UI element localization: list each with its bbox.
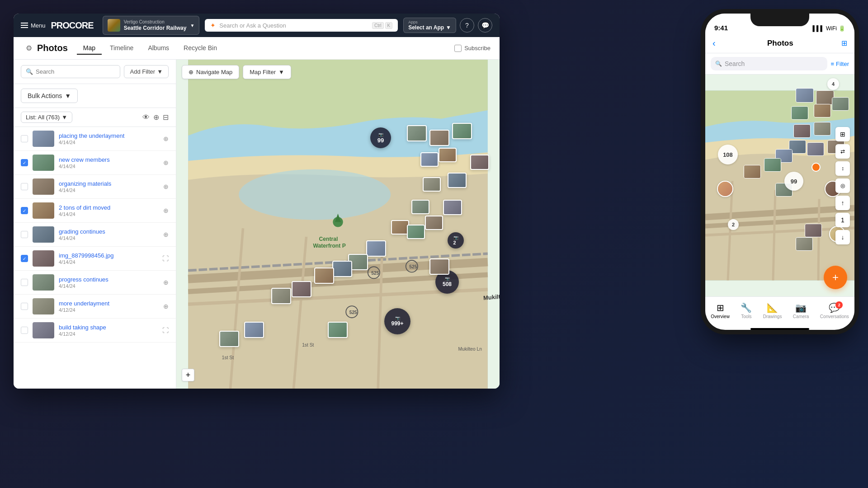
phone-map-thumb-6[interactable] [793, 124, 811, 138]
phone-map-thumb-5[interactable] [832, 97, 849, 111]
map-cluster-99[interactable]: 📷 99 [370, 127, 391, 148]
phone-map-thumb-13[interactable] [744, 165, 761, 178]
photo-fullscreen-icon-9[interactable]: ⛶ [162, 327, 169, 334]
map-photo-thumb-4[interactable] [439, 148, 457, 162]
project-selector[interactable]: Vertigo Construction Seattle Corridor Ra… [103, 16, 200, 35]
list-item[interactable]: organizing materials 4/14/24 ⊕ [14, 175, 176, 199]
target-icon[interactable]: ⊕ [153, 113, 159, 122]
sliders-icon[interactable]: ⊟ [163, 113, 169, 122]
photo-locate-icon-8[interactable]: ⊕ [163, 303, 169, 310]
map-filter-button[interactable]: Map Filter ▼ [243, 65, 291, 79]
photo-locate-icon-7[interactable]: ⊕ [163, 279, 169, 286]
phone-zoom-down-button[interactable]: ↓ [835, 230, 850, 244]
map-photo-thumb-21[interactable] [328, 322, 348, 338]
menu-button[interactable]: Menu [21, 22, 46, 29]
photo-title-9[interactable]: build taking shape [59, 324, 158, 332]
search-input-container[interactable]: 🔍 [21, 65, 120, 78]
photo-locate-icon-1[interactable]: ⊕ [163, 135, 169, 142]
tab-albums[interactable]: Albums [142, 42, 175, 55]
phone-nav-tools[interactable]: 🔧 Tools [741, 302, 752, 319]
map-cluster-2[interactable]: 📷 2 [448, 232, 464, 249]
photo-title-4[interactable]: 2 tons of dirt moved [59, 204, 159, 212]
phone-map-thumb-4[interactable] [814, 104, 831, 117]
photo-checkbox-5[interactable] [21, 231, 28, 238]
bulk-actions-button[interactable]: Bulk Actions ▼ [21, 89, 78, 103]
phone-nav-conversations[interactable]: 💬 2 Conversations [820, 302, 849, 319]
help-button[interactable]: ? [460, 18, 474, 33]
list-item[interactable]: more underlayment 4/12/24 ⊕ [14, 295, 176, 319]
phone-map-thumb-12[interactable] [764, 158, 781, 172]
list-item[interactable]: grading continues 4/14/24 ⊕ [14, 223, 176, 247]
phone-map-view-icon[interactable]: ⊞ [841, 39, 847, 47]
eye-icon[interactable]: 👁 [142, 113, 150, 122]
list-item[interactable]: progress continues 4/14/24 ⊕ [14, 271, 176, 295]
phone-search-input[interactable]: 🔍 Search [711, 57, 827, 70]
list-item[interactable]: 2 tons of dirt moved 4/14/24 ⊕ [14, 199, 176, 223]
map-photo-thumb-8[interactable] [423, 177, 441, 192]
tab-recycle-bin[interactable]: Recycle Bin [177, 42, 223, 55]
photo-checkbox-7[interactable] [21, 279, 28, 286]
phone-add-button[interactable]: + [824, 266, 847, 289]
photo-title-3[interactable]: organizing materials [59, 180, 159, 188]
photo-title-5[interactable]: grading continues [59, 228, 159, 236]
phone-filter-map-button[interactable]: ⇄ [835, 144, 850, 159]
photo-checkbox-2[interactable] [21, 159, 28, 166]
map-photo-thumb-7[interactable] [470, 155, 489, 170]
map-zoom-plus-button[interactable]: + [182, 369, 194, 381]
phone-back-button[interactable]: ‹ [712, 38, 716, 48]
list-item[interactable]: build taking shape 4/12/24 ⛶ [14, 319, 176, 343]
phone-map-thumb-1[interactable] [796, 88, 814, 103]
map-photo-thumb-1[interactable] [407, 125, 427, 141]
photo-checkbox-4[interactable] [21, 207, 28, 214]
photo-checkbox-3[interactable] [21, 183, 28, 190]
phone-cluster-2[interactable]: 2 [728, 219, 739, 230]
map-photo-thumb-22[interactable] [244, 322, 264, 338]
map-photo-thumb-23[interactable] [219, 331, 239, 347]
chat-button[interactable]: 💬 [478, 18, 492, 33]
phone-filter-button[interactable]: ≡ Filter [831, 61, 849, 67]
map-photo-thumb-6[interactable] [448, 173, 467, 188]
map-photo-thumb-20[interactable] [429, 258, 449, 275]
phone-map-thumb-9[interactable] [807, 142, 824, 156]
phone-cluster-99[interactable]: 99 [784, 172, 803, 191]
phone-layers-button[interactable]: ⊞ [835, 127, 850, 141]
photo-locate-icon-3[interactable]: ⊕ [163, 183, 169, 190]
list-item[interactable]: img_8879998456.jpg 4/14/24 ⛶ [14, 247, 176, 271]
phone-zoom-up-button[interactable]: ↑ [835, 196, 850, 210]
phone-map-thumb-16[interactable] [796, 237, 813, 251]
map-area[interactable]: Central Waterfront P Mukilteo Mukilteo L… [176, 60, 500, 389]
phone-map-thumb-2[interactable] [816, 90, 834, 105]
phone-nav-drawings[interactable]: 📐 Drawings [763, 302, 782, 319]
map-photo-thumb-5[interactable] [420, 152, 439, 167]
photo-locate-icon-5[interactable]: ⊕ [163, 231, 169, 238]
tab-map[interactable]: Map [77, 42, 102, 55]
photo-title-6[interactable]: img_8879998456.jpg [59, 252, 158, 260]
map-photo-thumb-9[interactable] [443, 200, 462, 215]
map-photo-thumb-17[interactable] [314, 267, 334, 284]
tab-timeline[interactable]: Timeline [104, 42, 140, 55]
map-photo-thumb-2[interactable] [429, 130, 449, 146]
photo-checkbox-8[interactable] [21, 303, 28, 310]
phone-cluster-4[interactable]: 4 [827, 78, 839, 90]
map-photo-thumb-11[interactable] [391, 220, 409, 235]
add-filter-button[interactable]: Add Filter ▼ [124, 65, 169, 78]
navigate-map-button[interactable]: ⊕ Navigate Map [182, 65, 239, 79]
photo-checkbox-6[interactable] [21, 255, 28, 262]
list-item[interactable]: new crew members 4/14/24 ⊕ [14, 151, 176, 175]
subscribe-button[interactable]: Subscribe [454, 45, 491, 52]
global-search-bar[interactable]: ✦ Search or Ask a Question Ctrl K [205, 19, 398, 32]
phone-map-thumb-7[interactable] [814, 122, 831, 136]
list-selector[interactable]: List: All (763) ▼ [21, 112, 72, 123]
search-input[interactable] [36, 68, 115, 75]
subscribe-checkbox[interactable] [454, 45, 462, 52]
list-item[interactable]: placing the underlayment 4/14/24 ⊕ [14, 127, 176, 151]
photo-title-1[interactable]: placing the underlayment [59, 132, 159, 140]
phone-cluster-108[interactable]: 108 [718, 145, 738, 164]
phone-nav-camera[interactable]: 📷 Camera [793, 302, 809, 319]
photo-title-2[interactable]: new crew members [59, 156, 159, 164]
photo-locate-icon-4[interactable]: ⊕ [163, 207, 169, 214]
map-photo-thumb-16[interactable] [332, 261, 352, 277]
phone-map[interactable]: 108 99 4 2 ⊞ ⇄ ↕ ◎ ↑ 1 ↓ [705, 75, 854, 296]
phone-legend-button[interactable]: ↕ [835, 161, 850, 176]
map-photo-thumb-3[interactable] [452, 123, 472, 139]
